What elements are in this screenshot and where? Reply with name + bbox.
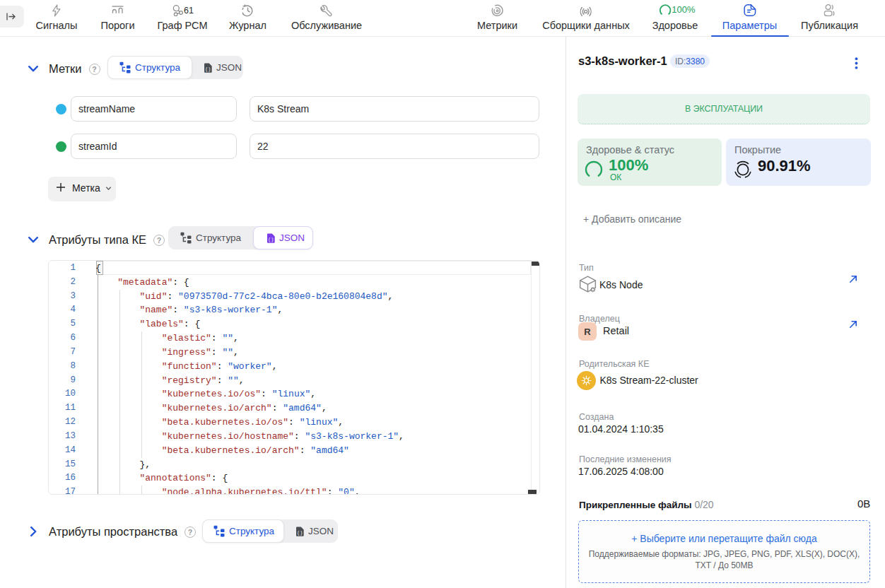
svg-text:(): () — [268, 237, 274, 242]
svg-text:(): () — [297, 530, 303, 535]
svg-text:(): () — [205, 66, 211, 71]
